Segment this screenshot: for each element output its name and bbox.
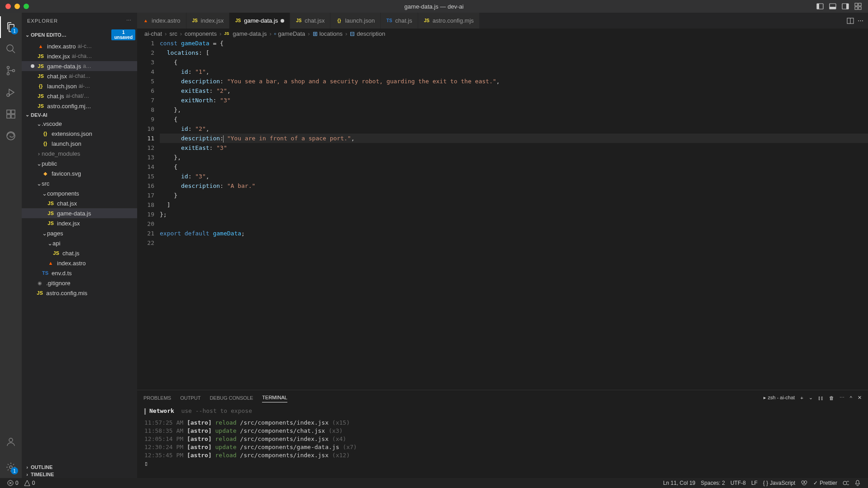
- tab-debug-console[interactable]: DEBUG CONSOLE: [210, 393, 253, 402]
- code-content[interactable]: const gameData = { locations: [ { id: "1…: [160, 38, 868, 390]
- terminal-log-line: 12:05:14 PM [astro] reload /src/componen…: [144, 435, 861, 443]
- status-prettier[interactable]: ✓ Prettier: [811, 479, 840, 487]
- svg-point-32: [843, 481, 847, 485]
- minimize-window-icon[interactable]: [14, 4, 20, 9]
- file-index-jsx[interactable]: JSindex.jsx: [22, 218, 137, 228]
- editor-tab[interactable]: JSchat.jsx: [290, 13, 330, 29]
- chevron-right-icon: ›: [24, 464, 31, 470]
- customize-layout-icon[interactable]: [853, 2, 863, 11]
- activity-source-control-icon[interactable]: [0, 60, 22, 81]
- status-encoding[interactable]: UTF-8: [728, 479, 749, 487]
- terminal-more-icon[interactable]: ⋯: [839, 395, 844, 401]
- editor-tab[interactable]: JSgame-data.js: [229, 13, 290, 29]
- close-panel-icon[interactable]: ✕: [858, 395, 862, 401]
- file-env-dts[interactable]: TSenv.d.ts: [22, 268, 137, 278]
- chevron-down-icon: ⌄: [24, 112, 31, 118]
- activity-extensions-icon[interactable]: [0, 103, 22, 125]
- activity-account-icon[interactable]: [0, 431, 22, 453]
- terminal-name[interactable]: ▸ zsh - ai-chat: [763, 395, 795, 401]
- open-editor-item[interactable]: ▲index.astroai-c…: [22, 41, 137, 51]
- folder-node-modules[interactable]: ›node_modules: [22, 148, 137, 158]
- activity-edge-icon[interactable]: [0, 125, 22, 147]
- close-window-icon[interactable]: [5, 4, 11, 9]
- file-favicon[interactable]: ◆favicon.svg: [22, 168, 137, 178]
- window-title: game-data.js — dev-ai: [405, 3, 464, 10]
- editor-tab[interactable]: ▲index.astro: [137, 13, 186, 29]
- maximize-window-icon[interactable]: [24, 4, 29, 9]
- split-editor-icon[interactable]: [847, 17, 854, 24]
- settings-badge: 1: [11, 467, 18, 474]
- unsaved-badge: 1unsaved: [111, 29, 135, 40]
- folder-public[interactable]: ⌄public: [22, 158, 137, 168]
- file-launch-json[interactable]: {}launch.json: [22, 139, 137, 148]
- editor-tab[interactable]: TSchat.js: [381, 13, 418, 29]
- maximize-panel-icon[interactable]: ^: [850, 395, 852, 401]
- folder-pages[interactable]: ⌄pages: [22, 228, 137, 238]
- folder-components[interactable]: ⌄components: [22, 188, 137, 198]
- svg-rect-19: [11, 115, 15, 118]
- svg-point-22: [9, 438, 13, 442]
- editor-tab[interactable]: JSindex.jsx: [186, 13, 230, 29]
- timeline-header[interactable]: › TIMELINE: [22, 471, 137, 478]
- svg-point-13: [7, 73, 10, 75]
- status-feedback-icon[interactable]: [840, 479, 852, 487]
- svg-point-12: [7, 67, 10, 69]
- file-chat-js[interactable]: JSchat.js: [22, 248, 137, 258]
- editor-body[interactable]: 12345678910111213141516171819202122 cons…: [137, 38, 868, 390]
- status-copilot-icon[interactable]: [798, 479, 811, 487]
- open-editor-item[interactable]: JSastro.config.mj…: [22, 101, 137, 111]
- status-language[interactable]: { } JavaScript: [760, 479, 798, 487]
- open-editor-item[interactable]: JSchat.jsxai-chat…: [22, 71, 137, 81]
- terminal-dropdown-icon[interactable]: ⌄: [809, 395, 813, 401]
- kill-terminal-icon[interactable]: 🗑: [829, 395, 834, 401]
- sidebar-more-icon[interactable]: ⋯: [126, 18, 132, 24]
- status-cursor-position[interactable]: Ln 11, Col 19: [660, 479, 698, 487]
- status-bell-icon[interactable]: [852, 479, 863, 487]
- breadcrumbs[interactable]: ai-chat› src› components› JSgame-data.js…: [137, 29, 868, 38]
- layout-sidebar-right-icon[interactable]: [840, 2, 851, 11]
- tab-output[interactable]: OUTPUT: [180, 393, 200, 402]
- chevron-down-icon: ⌄: [24, 32, 31, 38]
- svg-rect-6: [855, 3, 858, 6]
- svg-rect-3: [830, 7, 836, 9]
- status-eol[interactable]: LF: [749, 479, 760, 487]
- svg-point-31: [804, 481, 807, 483]
- folder-vscode[interactable]: ⌄.vscode: [22, 119, 137, 129]
- open-editor-item[interactable]: JSindex.jsxai-cha…: [22, 51, 137, 61]
- svg-rect-7: [858, 3, 861, 6]
- layout-sidebar-left-icon[interactable]: [815, 2, 825, 11]
- file-game-data-js[interactable]: JSgame-data.js: [22, 208, 137, 218]
- new-terminal-icon[interactable]: +: [800, 395, 803, 401]
- svg-point-10: [7, 45, 13, 51]
- file-gitignore[interactable]: ◉.gitignore: [22, 278, 137, 288]
- folder-src[interactable]: ⌄src: [22, 178, 137, 188]
- tabs-bar: ▲index.astroJSindex.jsxJSgame-data.jsJSc…: [137, 13, 868, 29]
- open-editor-item[interactable]: JSchat.jsai-chat/…: [22, 91, 137, 101]
- open-editor-item[interactable]: JSgame-data.jsa…: [22, 61, 137, 71]
- outline-header[interactable]: › OUTLINE: [22, 464, 137, 471]
- split-terminal-icon[interactable]: ⫿⫿: [818, 395, 824, 401]
- file-extensions-json[interactable]: {}extensions.json: [22, 129, 137, 139]
- tab-terminal[interactable]: TERMINAL: [262, 393, 287, 402]
- editor-tab[interactable]: JSastro.config.mjs: [418, 13, 480, 29]
- editor-tab[interactable]: {}launch.json: [330, 13, 381, 29]
- activity-settings-icon[interactable]: 1: [0, 456, 22, 478]
- tab-problems[interactable]: PROBLEMS: [143, 393, 171, 402]
- file-index-astro[interactable]: ▲index.astro: [22, 258, 137, 268]
- status-errors[interactable]: 0: [5, 480, 21, 486]
- activity-explorer-icon[interactable]: 1: [0, 16, 22, 38]
- status-warnings[interactable]: 0: [21, 480, 38, 486]
- layout-panel-icon[interactable]: [827, 2, 838, 11]
- workspace-header[interactable]: ⌄ DEV-AI: [22, 111, 137, 119]
- status-indentation[interactable]: Spaces: 2: [698, 479, 728, 487]
- open-editor-item[interactable]: {}launch.jsonai-…: [22, 81, 137, 91]
- terminal-body[interactable]: Network use --host to expose 11:57:25 AM…: [137, 405, 868, 478]
- activity-debug-icon[interactable]: [0, 81, 22, 103]
- folder-api[interactable]: ⌄api: [22, 238, 137, 248]
- tab-more-icon[interactable]: ⋯: [858, 17, 863, 24]
- file-chat-jsx[interactable]: JSchat.jsx: [22, 198, 137, 208]
- activity-search-icon[interactable]: [0, 38, 22, 60]
- titlebar: game-data.js — dev-ai: [0, 0, 868, 13]
- open-editors-header[interactable]: ⌄ OPEN EDITO… 1unsaved: [22, 29, 137, 41]
- file-astro-config[interactable]: JSastro.config.mis: [22, 288, 137, 298]
